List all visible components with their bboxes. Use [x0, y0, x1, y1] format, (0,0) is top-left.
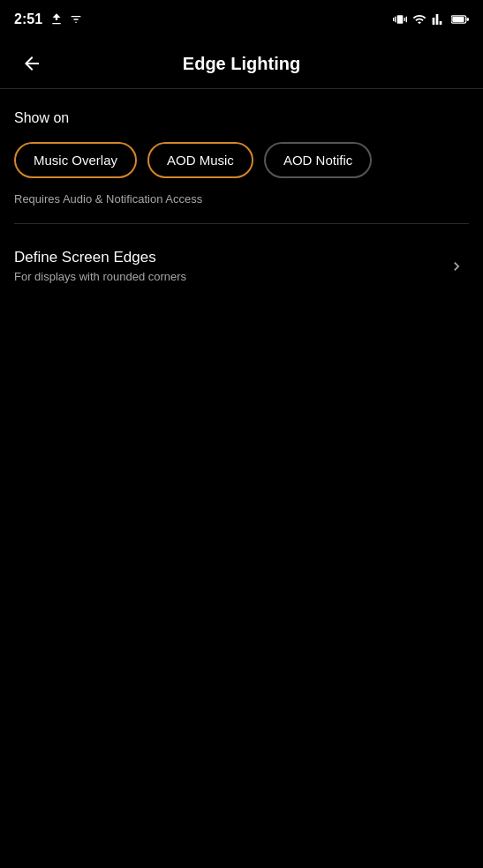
music-overlay-button[interactable]: Music Overlay [14, 142, 137, 178]
back-arrow-icon [21, 53, 42, 74]
status-time: 2:51 [14, 11, 42, 27]
toggle-buttons-row: Music Overlay AOD Music AOD Notific [14, 142, 469, 178]
status-left: 2:51 [14, 11, 83, 27]
svg-rect-2 [467, 18, 470, 20]
define-screen-edges-subtitle: For displays with rounded corners [14, 270, 186, 283]
download-icon [49, 12, 64, 26]
section-divider [14, 223, 469, 224]
signal-icon [432, 12, 446, 26]
status-right [393, 12, 469, 26]
status-icons-left [49, 12, 83, 26]
battery-icon [451, 13, 469, 26]
define-screen-edges-content: Define Screen Edges For displays with ro… [14, 249, 186, 283]
aod-notif-button[interactable]: AOD Notific [264, 142, 372, 178]
define-screen-edges-title: Define Screen Edges [14, 249, 186, 266]
back-button[interactable] [14, 46, 49, 81]
text-input-icon [69, 12, 83, 26]
main-content: Show on Music Overlay AOD Music AOD Noti… [0, 89, 483, 290]
status-bar: 2:51 [0, 0, 483, 39]
aod-music-button[interactable]: AOD Music [147, 142, 253, 178]
requires-text: Requires Audio & Notification Access [14, 192, 469, 206]
svg-rect-1 [452, 17, 464, 22]
wifi-icon [412, 12, 426, 26]
app-bar-title: Edge Lighting [49, 54, 434, 74]
vibrate-icon [393, 12, 407, 26]
chevron-right-icon [448, 258, 465, 275]
app-bar: Edge Lighting [0, 39, 483, 88]
show-on-label: Show on [14, 110, 469, 126]
define-screen-edges-row[interactable]: Define Screen Edges For displays with ro… [14, 242, 469, 290]
